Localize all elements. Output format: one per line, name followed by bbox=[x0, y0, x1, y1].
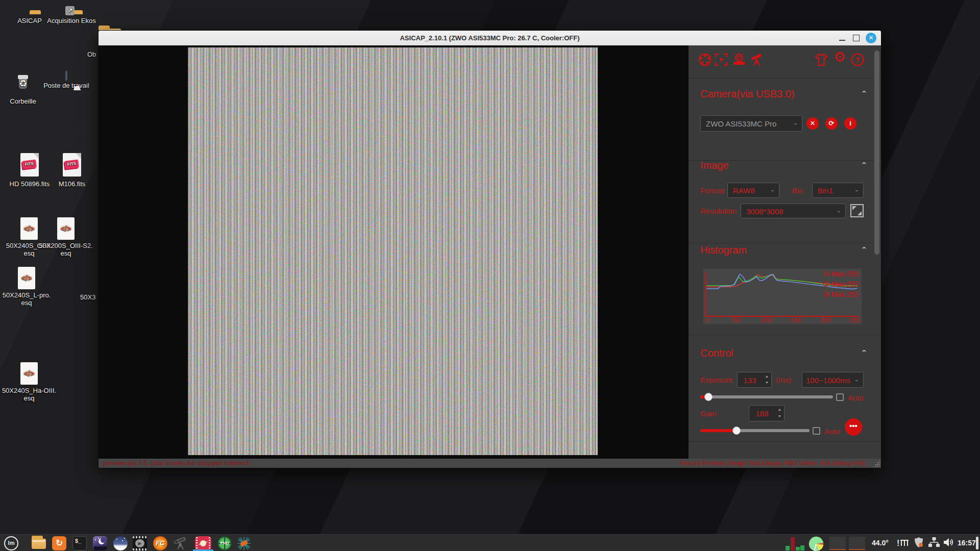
volume-icon[interactable] bbox=[942, 536, 954, 550]
settings-gear-icon[interactable]: ⚙ bbox=[832, 49, 847, 65]
clock: 16:57 bbox=[958, 535, 976, 551]
theme-icon[interactable] bbox=[814, 52, 829, 67]
exposure-slider[interactable] bbox=[700, 395, 833, 398]
panel-scrollbar-thumb[interactable] bbox=[874, 51, 879, 255]
camera-icon[interactable] bbox=[731, 52, 747, 67]
spin-up-icon[interactable]: ▲ bbox=[765, 375, 769, 379]
format-select[interactable]: RAW8⌄ bbox=[727, 183, 779, 198]
histogram-collapse-chevron[interactable]: ⌃ bbox=[861, 245, 868, 254]
gain-slider-handle[interactable] bbox=[732, 427, 741, 435]
camera-preview-noise[interactable] bbox=[188, 47, 598, 455]
icon-label-ext: esq bbox=[24, 249, 35, 257]
camera-info-button[interactable]: i bbox=[844, 117, 856, 130]
icon-label: Corbeille bbox=[0, 97, 47, 105]
spin-down-icon[interactable]: ▼ bbox=[777, 415, 782, 418]
desktop-icon-esq-lpro[interactable]: </> 50X240S_L-pro. esq bbox=[0, 266, 55, 307]
camera-refresh-button[interactable]: ⟳ bbox=[825, 117, 838, 130]
desktop-icon-computer[interactable]: Poste de travail bbox=[42, 72, 91, 89]
mint-menu-button[interactable]: lm bbox=[4, 536, 18, 550]
esq-file-icon: </> bbox=[18, 267, 35, 289]
icon-label-ext: esq bbox=[21, 299, 32, 307]
icon-label-ext: esq bbox=[61, 249, 71, 257]
exposure-slider-handle[interactable] bbox=[704, 393, 713, 401]
image-viewer[interactable] bbox=[99, 45, 689, 459]
file-manager-icon[interactable] bbox=[32, 536, 46, 550]
window-titlebar[interactable]: ASICAP_2.10.1 (ZWO ASI533MC Pro: 26.7 C,… bbox=[99, 31, 881, 45]
maximize-button[interactable] bbox=[849, 31, 864, 45]
capture-area-icon[interactable] bbox=[714, 52, 729, 67]
gain-auto-checkbox[interactable] bbox=[813, 427, 820, 435]
show-desktop-button[interactable] bbox=[976, 537, 978, 549]
histogram-tick: 100 bbox=[761, 316, 772, 324]
hidden-icon-label-ob[interactable]: Ob bbox=[87, 51, 96, 58]
hidden-icon-label-50x3[interactable]: 50X3 bbox=[80, 293, 95, 301]
asicap-window: ASICAP_2.10.1 (ZWO ASI533MC Pro: 26.7 C,… bbox=[98, 30, 881, 468]
help-icon[interactable]: ? bbox=[850, 52, 865, 67]
icon-label: 50X200S_OIII-S2. bbox=[39, 242, 93, 249]
phd2-icon[interactable]: PHD bbox=[217, 536, 232, 550]
resize-grip[interactable] bbox=[873, 460, 880, 467]
esq-file-icon: </> bbox=[20, 217, 38, 240]
telescope-app-icon[interactable] bbox=[174, 536, 188, 550]
exposure-auto-checkbox[interactable] bbox=[836, 393, 844, 401]
desktop-icon-trash[interactable]: ♻ Corbeille bbox=[0, 72, 47, 105]
terminal-icon[interactable]: $_ bbox=[72, 536, 87, 550]
asicap-taskbar-icon[interactable] bbox=[193, 536, 213, 550]
spin-down-icon[interactable]: ▼ bbox=[765, 381, 769, 385]
shortcut-arrow-icon: ↗ bbox=[65, 6, 75, 15]
exposure-range-select[interactable]: 100~1000ms⌄ bbox=[802, 372, 864, 388]
image-collapse-chevron[interactable]: ⌃ bbox=[861, 161, 868, 169]
desktop-icon-acquisition-ekos[interactable]: ↗ Acquisition Ekos bbox=[47, 7, 96, 24]
fits-file-icon: FITS bbox=[63, 153, 81, 177]
camera-select[interactable]: ZWO ASI533MC Pro⌄ bbox=[700, 115, 802, 132]
spin-up-icon[interactable]: ▲ bbox=[777, 408, 782, 412]
desktop-icon-esq-oiii[interactable]: </> 50X200S_OIII-S2. esq bbox=[38, 216, 94, 257]
system-monitor-bars-applet[interactable] bbox=[785, 536, 805, 550]
planetarium-icon[interactable] bbox=[113, 536, 128, 550]
security-shield-icon[interactable] bbox=[913, 536, 925, 550]
tray-applet-1[interactable] bbox=[829, 537, 846, 550]
gain-input[interactable]: 188 ▲ ▼ bbox=[749, 405, 785, 421]
histogram-r-max: R-Max:255 bbox=[824, 270, 859, 278]
desktop-icon-m106-fits[interactable]: FITS M106.fits bbox=[47, 152, 96, 188]
tray-applet-2[interactable] bbox=[849, 537, 865, 550]
computer-icon bbox=[65, 71, 67, 81]
temperature-readout: 44.0° bbox=[872, 535, 889, 551]
more-controls-button[interactable]: ••• bbox=[845, 418, 862, 436]
gain-slider[interactable] bbox=[700, 429, 810, 432]
bin-select[interactable]: Bin1⌄ bbox=[812, 183, 864, 198]
histogram-b-max: B-Max:255 bbox=[824, 290, 859, 298]
max-resolution-icon[interactable] bbox=[850, 204, 864, 217]
desktop-icon-hd50896-fits[interactable]: FITS HD 50896.fits bbox=[5, 152, 54, 188]
desktop-icon-esq-haoiii[interactable]: </> 50X240S_Ha-OIII. esq bbox=[1, 361, 57, 402]
control-section-title: Control bbox=[700, 347, 733, 359]
control-collapse-chevron[interactable]: ⌃ bbox=[861, 348, 868, 357]
histogram-tick: 255 bbox=[849, 316, 861, 324]
firecapture-icon[interactable]: FC bbox=[153, 536, 167, 550]
telescope-icon[interactable] bbox=[749, 52, 765, 67]
update-manager-icon[interactable]: ↻ bbox=[52, 536, 66, 550]
stellarium-icon[interactable] bbox=[93, 536, 107, 550]
resolution-select[interactable]: 3008*3008⌄ bbox=[741, 204, 846, 218]
disk-usage-pie-applet[interactable] bbox=[808, 536, 826, 550]
gain-auto-label: Auto bbox=[824, 427, 840, 436]
camera-collapse-chevron[interactable]: ⌃ bbox=[861, 89, 868, 98]
camera-disconnect-button[interactable]: ✕ bbox=[806, 117, 819, 130]
close-button[interactable] bbox=[864, 31, 879, 45]
svg-text:!: ! bbox=[897, 539, 899, 547]
exposure-unit: (ms) bbox=[776, 375, 791, 384]
exposure-input[interactable]: 133 ▲ ▼ bbox=[737, 372, 772, 388]
astro-capture-icon[interactable] bbox=[237, 536, 251, 550]
gain-label: Gain bbox=[700, 409, 717, 418]
alert-applet-icon[interactable]: ! bbox=[896, 536, 909, 550]
preview-fps-status: preview fps:7.5, total frames:64, droppe… bbox=[103, 459, 251, 468]
icon-label: 50X240S_L-pro. bbox=[3, 291, 51, 299]
panel-scrollbar[interactable] bbox=[874, 48, 879, 456]
minimize-button[interactable] bbox=[835, 31, 850, 45]
filter-wheel-icon[interactable] bbox=[697, 52, 713, 67]
histogram-tick: 0 bbox=[705, 316, 709, 324]
network-icon[interactable] bbox=[928, 536, 940, 550]
resolution-label: Resolution bbox=[700, 207, 737, 215]
video-player-icon[interactable]: ▶ bbox=[133, 536, 147, 550]
esq-file-icon: </> bbox=[20, 362, 38, 385]
